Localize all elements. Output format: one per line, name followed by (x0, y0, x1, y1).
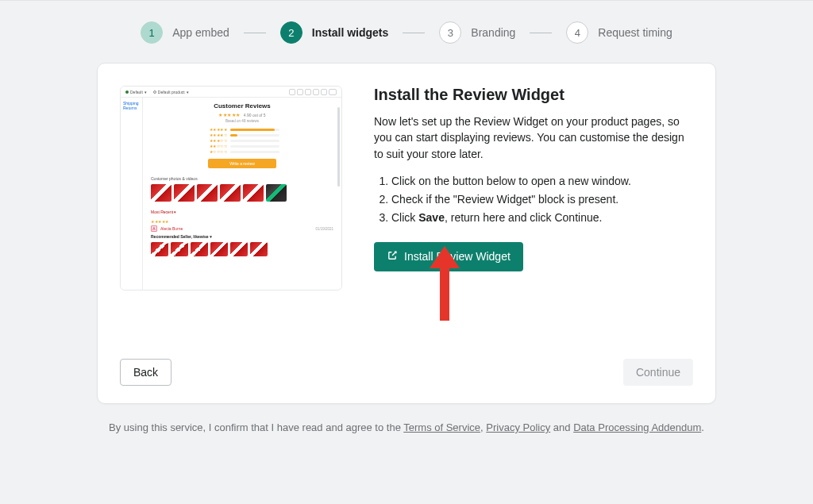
step-number: 4 (566, 21, 588, 44)
instruction-step-text: , return here and click Continue. (445, 211, 602, 224)
step-number: 2 (280, 21, 302, 44)
preview-review-name: Alecia Burne (160, 226, 183, 231)
terms-of-service-link[interactable]: Terms of Service (403, 421, 480, 433)
step-connector (403, 33, 425, 33)
legal-footer: By using this service, I confirm that I … (0, 421, 813, 433)
instruction-heading: Install the Review Widget (374, 86, 693, 104)
preview-write-review-button: Write a review (208, 159, 276, 168)
step-request-timing[interactable]: 4 Request timing (566, 21, 672, 44)
privacy-policy-link[interactable]: Privacy Policy (486, 421, 550, 433)
step-branding[interactable]: 3 Branding (439, 21, 515, 44)
legal-and: and (550, 421, 573, 433)
instruction-step: Click Save, return here and click Contin… (391, 210, 693, 226)
legal-prefix: By using this service, I confirm that I … (109, 421, 403, 433)
preview-reviews-title: Customer Reviews (151, 102, 333, 110)
external-link-icon (387, 250, 398, 264)
back-button[interactable]: Back (120, 359, 171, 386)
install-button-label: Install Review Widget (404, 250, 511, 263)
preview-reviews-subtitle: Based on 48 reviews (151, 119, 333, 123)
legal-period: . (701, 421, 704, 433)
step-connector (244, 33, 266, 33)
install-review-widget-button[interactable]: Install Review Widget (374, 242, 523, 271)
preview-review-avatar: A (151, 225, 157, 232)
preview-photos-label: Customer photos & videos (151, 176, 333, 181)
step-install-widgets[interactable]: 2 Install widgets (280, 21, 388, 44)
onboarding-stepper: 1 App embed 2 Install widgets 3 Branding… (0, 1, 813, 63)
step-label: App embed (172, 26, 229, 39)
preview-review-date: 01/19/2021 (315, 227, 333, 231)
instruction-step: Check if the "Review Widget" block is pr… (391, 191, 693, 208)
preview-topbar-label: Default product (158, 90, 185, 94)
step-app-embed[interactable]: 1 App embed (141, 21, 229, 44)
instruction-step-bold: Save (418, 211, 445, 224)
step-number: 1 (141, 21, 163, 44)
step-label: Request timing (598, 26, 672, 39)
onboarding-card: Default ▾ Default product ▾ Shipping Ret… (97, 63, 716, 404)
instruction-panel: Install the Review Widget Now let's set … (374, 86, 693, 290)
instruction-step-text: Click (391, 211, 418, 224)
continue-button[interactable]: Continue (623, 359, 693, 386)
preview-topbar-label: Default (130, 90, 143, 94)
instruction-step: Click on the button below to open a new … (391, 173, 693, 190)
step-number: 3 (439, 21, 461, 44)
preview-sidebar: Shipping Returns (121, 98, 143, 290)
data-processing-addendum-link[interactable]: Data Processing Addendum (573, 421, 701, 433)
step-connector (530, 33, 552, 33)
step-label: Install widgets (312, 26, 388, 39)
preview-sort-label: Most Recent (151, 210, 173, 214)
preview-review-text: Recommended Seller, likewise ♥ (151, 234, 333, 239)
review-widget-preview: Default ▾ Default product ▾ Shipping Ret… (120, 86, 342, 290)
step-label: Branding (471, 26, 515, 39)
instruction-steps: Click on the button below to open a new … (374, 173, 693, 226)
instruction-body: Now let's set up the Review Widget on yo… (374, 113, 693, 162)
